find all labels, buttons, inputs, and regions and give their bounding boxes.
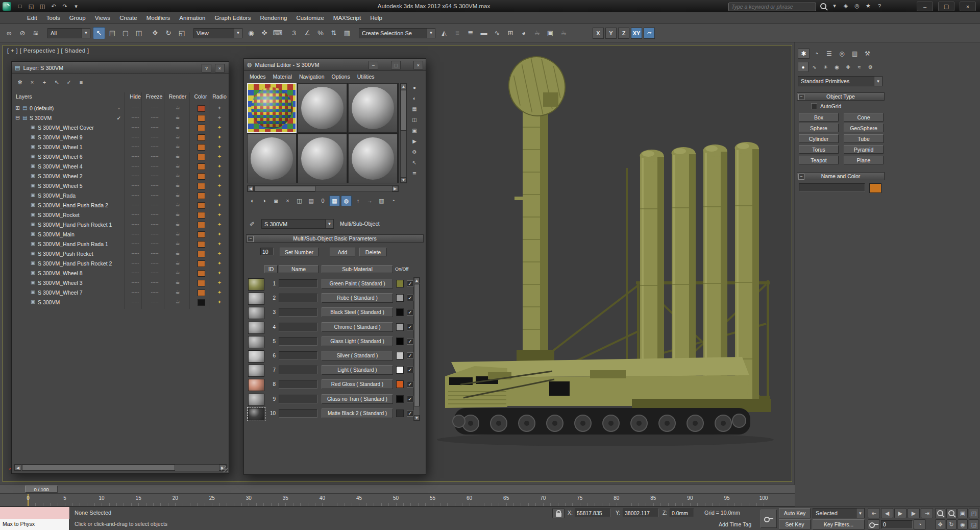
close-button[interactable]: × [413, 61, 423, 69]
sub-material-button[interactable]: Chrome ( Standard ) [322, 322, 393, 332]
select-object-icon[interactable]: ↖ [93, 27, 105, 39]
time-slider[interactable]: 0 / 100 [25, 486, 58, 493]
z-coord-field[interactable] [670, 509, 694, 517]
sub-material-on-checkbox[interactable]: ✓ [407, 295, 413, 301]
freeze-toggle[interactable]: ----- [144, 163, 165, 168]
radiosity-toggle[interactable]: ✦ [211, 260, 228, 266]
render-toggle[interactable]: ☕ [166, 221, 189, 227]
object-row[interactable]: ▣S 300VM----------☕✦ [14, 298, 227, 307]
layer-color-swatch[interactable] [192, 163, 210, 171]
object-row[interactable]: ▣S 300VM_Wheel 8----------☕✦ [14, 269, 227, 278]
new-scene-icon[interactable]: □ [15, 2, 25, 11]
axis-x-button[interactable]: X [593, 28, 604, 39]
save-file-icon[interactable]: ◫ [37, 2, 47, 11]
sub-material-name-field[interactable] [279, 351, 317, 360]
material-preview-swatch[interactable] [248, 278, 264, 291]
reset-map-icon[interactable]: × [282, 196, 293, 206]
material-preview-swatch[interactable] [248, 365, 264, 377]
infocenter-dropdown-icon[interactable]: ▾ [830, 2, 839, 11]
sub-material-color-swatch[interactable] [396, 323, 404, 331]
render-toggle[interactable]: ☕ [166, 250, 189, 256]
render-toggle[interactable]: ☕ [166, 202, 189, 207]
layer-color-swatch[interactable] [192, 270, 210, 278]
hide-toggle[interactable]: ----- [127, 115, 143, 120]
hide-toggle[interactable]: ----- [127, 154, 143, 159]
object-row[interactable]: ▣S 300VM_Wheel 4----------☕✦ [14, 162, 227, 172]
layer-color-swatch[interactable] [192, 260, 210, 268]
sub-material-on-checkbox[interactable]: ✓ [407, 381, 413, 388]
menu-create[interactable]: Create [115, 13, 142, 22]
radiosity-toggle[interactable]: ✦ [211, 231, 228, 237]
tab-create[interactable]: ✱ [798, 49, 810, 59]
hide-toggle[interactable]: ----- [127, 134, 143, 139]
me-menu-options[interactable]: Options [328, 73, 354, 81]
quick-access-menu-icon[interactable]: ▾ [71, 2, 81, 11]
layer-color-swatch[interactable] [192, 241, 210, 249]
layer-color-swatch[interactable] [192, 125, 210, 132]
radiosity-toggle[interactable]: ✦ [211, 105, 228, 111]
hide-toggle[interactable]: ----- [127, 270, 143, 275]
x-coord-field[interactable] [575, 509, 610, 517]
layer-color-swatch[interactable] [192, 290, 210, 297]
object-color-swatch[interactable] [869, 183, 881, 193]
radiosity-toggle[interactable]: ✦ [211, 270, 228, 276]
sub-material-button[interactable]: Light ( Standard ) [322, 365, 393, 375]
object-name-field[interactable] [799, 183, 865, 192]
render-toggle[interactable]: ☕ [166, 299, 189, 304]
sub-material-button[interactable]: Robe ( Standard ) [322, 293, 393, 303]
put-material-icon[interactable]: ◑ [259, 196, 270, 206]
freeze-toggle[interactable]: ----- [144, 260, 165, 266]
window-crossing-icon[interactable]: ◫ [133, 27, 145, 39]
named-selection-dropdown[interactable]: Create Selection Se ▼ [359, 28, 435, 38]
radiosity-toggle[interactable]: ✦ [211, 251, 228, 256]
menu-group[interactable]: Group [65, 13, 90, 22]
current-frame-field[interactable] [881, 520, 913, 529]
sub-material-name-field[interactable] [279, 395, 317, 403]
tab-display[interactable]: ▥ [849, 49, 861, 59]
object-row[interactable]: ▣S 300VM_Wheel 9----------☕✦ [14, 133, 227, 142]
options-icon[interactable]: ⚙ [410, 148, 419, 156]
get-material-icon[interactable]: ◐ [247, 196, 258, 206]
render-toggle[interactable]: ☕ [166, 134, 189, 139]
axis-plane-icon[interactable]: ▱ [644, 28, 655, 39]
current-layer-indicator[interactable]: ▫ [115, 105, 123, 111]
render-toggle[interactable]: ☕ [166, 153, 189, 159]
maximize-button[interactable]: ▢ [938, 2, 954, 11]
sub-material-on-checkbox[interactable]: ✓ [407, 352, 413, 359]
sub-material-name-field[interactable] [279, 366, 317, 374]
layer-color-swatch[interactable] [192, 231, 210, 239]
freeze-toggle[interactable]: ----- [144, 173, 165, 178]
search-go-icon[interactable] [819, 2, 828, 11]
material-name-dropdown[interactable]: S 300VM ▼ [261, 219, 334, 229]
video-color-check-icon[interactable]: ▣ [410, 126, 419, 135]
menu-help[interactable]: Help [365, 13, 387, 22]
object-row[interactable]: ▣S 300VM_Wheel 6----------☕✦ [14, 152, 227, 162]
material-preview-swatch[interactable] [248, 408, 264, 420]
sort-by-name-button[interactable]: Name [279, 265, 318, 273]
render-toggle[interactable]: ☕ [166, 124, 189, 130]
hide-toggle[interactable]: ----- [127, 202, 143, 207]
menu-customize[interactable]: Customize [291, 13, 328, 22]
freeze-toggle[interactable]: ----- [144, 125, 165, 130]
layer-color-swatch[interactable] [192, 115, 210, 123]
sub-material-on-checkbox[interactable]: ✓ [407, 309, 413, 316]
button-teapot[interactable]: Teapot [799, 156, 839, 164]
horizontal-scrollbar[interactable]: ◀ ▶ [14, 464, 227, 471]
scroll-down-icon[interactable]: ▼ [414, 415, 420, 421]
select-by-material-icon[interactable]: ↖ [410, 158, 419, 167]
axis-y-button[interactable]: Y [605, 28, 617, 39]
layer-color-swatch[interactable] [192, 105, 210, 113]
go-to-parent-icon[interactable]: ↑ [353, 196, 363, 206]
hide-toggle[interactable]: ----- [127, 163, 143, 168]
object-row[interactable]: ▣S 300VM_Wheel 7----------☕✦ [14, 288, 227, 298]
edit-named-sets-icon[interactable]: ▦ [341, 27, 353, 39]
sub-material-color-swatch[interactable] [396, 280, 404, 287]
sample-slot-3[interactable] [348, 83, 398, 133]
layer-dialog-titlebar[interactable]: ▤ Layer: S 300VM [12, 62, 229, 74]
freeze-toggle[interactable]: ----- [144, 134, 165, 139]
sub-material-color-swatch[interactable] [396, 366, 404, 374]
render-toggle[interactable]: ☕ [166, 260, 189, 266]
selection-set-dropdown[interactable]: Selected ▼ [813, 508, 865, 518]
radiosity-toggle[interactable]: ✦ [211, 154, 228, 159]
hide-toggle[interactable]: ----- [127, 105, 143, 110]
